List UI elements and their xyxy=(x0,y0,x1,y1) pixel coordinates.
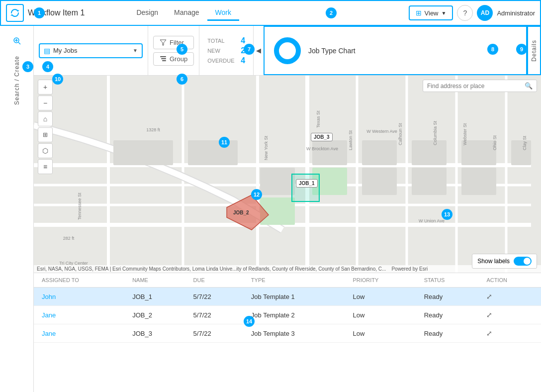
show-labels-label: Show labels xyxy=(477,258,510,265)
col-assigned-to: ASSIGNED TO xyxy=(34,273,124,288)
collapse-arrow-button[interactable]: ◀ xyxy=(254,26,264,75)
chevron-down-icon: ▼ xyxy=(133,48,138,53)
svg-text:Webster St: Webster St xyxy=(462,123,467,145)
cell-type: Job Template 1 xyxy=(243,288,345,306)
map-area-container: ▤ My Jobs ▼ Filter Group TOTAL xyxy=(34,26,541,392)
search-input[interactable] xyxy=(427,83,525,90)
svg-rect-51 xyxy=(292,174,319,201)
attribution-text: Esri, NASA, NGA, USGS, FEMA | Esri Commu… xyxy=(37,266,386,272)
svg-marker-4 xyxy=(160,40,166,45)
view-label: View xyxy=(425,9,439,17)
svg-text:Ohio St: Ohio St xyxy=(492,135,497,150)
col-action: ACTION xyxy=(478,273,541,288)
svg-rect-30 xyxy=(362,168,397,195)
total-value: 4 xyxy=(241,36,245,45)
badge-1: 1 xyxy=(34,7,45,18)
table-row[interactable]: Jane JOB_2 5/7/22 Job Template 2 Low Rea… xyxy=(34,306,541,324)
svg-rect-7 xyxy=(162,60,166,61)
show-labels-bar: Show labels xyxy=(472,254,537,269)
job-marker-job3[interactable]: JOB_3 xyxy=(311,133,333,141)
cell-name: JOB_1 xyxy=(124,288,185,306)
view-dropdown-button[interactable]: ⊞ View ▼ xyxy=(409,5,453,20)
svg-rect-23 xyxy=(188,140,238,165)
basemap-gallery-button[interactable]: ⊞ xyxy=(38,127,53,142)
map-container[interactable]: 1328 ft Tennessee St New York St W Brock… xyxy=(34,76,541,273)
details-panel-button[interactable]: Details xyxy=(527,26,541,75)
left-sidebar: Search / Create xyxy=(0,26,34,392)
svg-text:W Union Ave: W Union Ave xyxy=(419,218,445,223)
chevron-down-icon: ▼ xyxy=(442,10,447,16)
badge-4: 4 xyxy=(42,61,53,72)
table-body: John JOB_1 5/7/22 Job Template 1 Low Rea… xyxy=(34,288,541,343)
search-icon[interactable]: 🔍 xyxy=(525,82,533,90)
col-priority: PRIORITY xyxy=(345,273,416,288)
svg-text:W Western Ave: W Western Ave xyxy=(366,129,397,134)
svg-text:New York St: New York St xyxy=(264,135,269,160)
avatar: AD xyxy=(477,5,493,21)
svg-rect-28 xyxy=(362,140,397,165)
svg-text:1328 ft: 1328 ft xyxy=(146,127,160,132)
svg-rect-33 xyxy=(461,168,496,195)
svg-text:Lawton St: Lawton St xyxy=(348,130,353,150)
cell-action[interactable]: ⤢ xyxy=(478,324,541,343)
col-due: DUE xyxy=(185,273,243,288)
expand-action-icon[interactable]: ⤢ xyxy=(486,311,492,319)
badge-12: 12 xyxy=(251,189,262,200)
jobs-label: My Jobs xyxy=(53,47,130,54)
map-background: 1328 ft Tennessee St New York St W Brock… xyxy=(34,76,541,273)
zoom-out-button[interactable]: − xyxy=(38,96,53,110)
cell-action[interactable]: ⤢ xyxy=(478,288,541,306)
job-marker-job2[interactable]: JOB_2 xyxy=(231,209,252,216)
badge-3: 3 xyxy=(22,61,33,72)
zoom-in-button[interactable]: + xyxy=(38,80,53,95)
cell-type: Job Template 3 xyxy=(243,324,345,343)
search-plus-icon-btn[interactable] xyxy=(7,31,27,51)
jobs-list-icon: ▤ xyxy=(44,47,50,55)
expand-action-icon[interactable]: ⤢ xyxy=(486,293,492,300)
job-marker-job1[interactable]: JOB_1 xyxy=(296,179,318,188)
map-attribution: Esri, NASA, NGA, USGS, FEMA | Esri Commu… xyxy=(34,265,541,273)
cell-priority: Low xyxy=(345,288,416,306)
filter-group-panel: Filter Group xyxy=(148,26,199,75)
cell-action[interactable]: ⤢ xyxy=(478,306,541,324)
legend-button[interactable]: ≡ xyxy=(38,159,53,174)
home-button[interactable]: ⌂ xyxy=(38,111,53,126)
table-row[interactable]: John JOB_1 5/7/22 Job Template 1 Low Rea… xyxy=(34,288,541,306)
tab-design[interactable]: Design xyxy=(128,5,166,21)
chart-title: Job Type Chart xyxy=(308,47,356,55)
show-labels-toggle[interactable] xyxy=(514,257,532,266)
bottom-table-area: ASSIGNED TO NAME DUE TYPE PRIORITY STATU… xyxy=(34,273,541,392)
svg-rect-34 xyxy=(511,140,531,165)
my-jobs-dropdown[interactable]: ▤ My Jobs ▼ xyxy=(39,43,143,58)
badge-7: 7 xyxy=(244,44,255,55)
badge-5: 5 xyxy=(177,44,187,55)
tab-manage[interactable]: Manage xyxy=(166,5,207,21)
cell-status: Ready xyxy=(416,306,479,324)
cell-assigned-to: John xyxy=(34,288,124,306)
layers-button[interactable]: ⬡ xyxy=(38,143,53,158)
table-header-row: ASSIGNED TO NAME DUE TYPE PRIORITY STATU… xyxy=(34,273,541,288)
group-button[interactable]: Group xyxy=(153,52,194,66)
logo-button[interactable] xyxy=(6,4,24,22)
overdue-label: OVERDUE xyxy=(207,58,235,64)
filter-button[interactable]: Filter xyxy=(153,36,194,49)
badge-9: 9 xyxy=(516,44,527,55)
expand-action-icon[interactable]: ⤢ xyxy=(486,329,492,337)
cell-due: 5/7/22 xyxy=(185,306,243,324)
table-wrapper[interactable]: ASSIGNED TO NAME DUE TYPE PRIORITY STATU… xyxy=(34,273,541,392)
cell-priority: Low xyxy=(345,324,416,343)
view-icon: ⊞ xyxy=(416,9,422,17)
table-row[interactable]: Jane JOB_3 5/7/22 Job Template 3 Low Rea… xyxy=(34,324,541,343)
group-label: Group xyxy=(170,55,187,63)
cell-assigned-to: Jane xyxy=(34,324,124,343)
help-button[interactable]: ? xyxy=(457,5,473,21)
toggle-knob xyxy=(524,258,531,265)
tab-work[interactable]: Work xyxy=(207,5,239,21)
svg-text:Calhoun St: Calhoun St xyxy=(398,123,403,145)
svg-rect-5 xyxy=(160,56,166,57)
col-name: NAME xyxy=(124,273,185,288)
svg-text:Columbia St: Columbia St xyxy=(433,120,438,145)
svg-text:Clay St: Clay St xyxy=(522,135,527,150)
svg-rect-26 xyxy=(312,140,347,165)
admin-name: Administrator xyxy=(497,9,535,17)
